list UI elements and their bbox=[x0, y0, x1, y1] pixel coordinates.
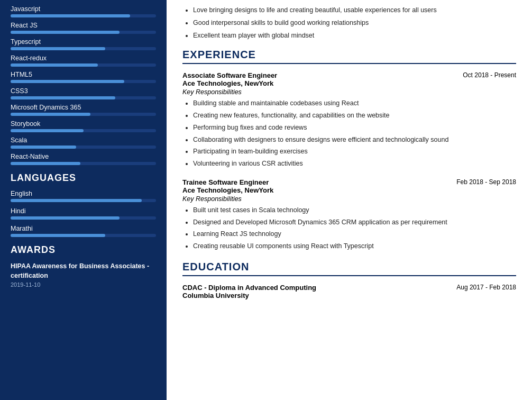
language-bar-bg bbox=[11, 234, 156, 237]
skill-item: Scala bbox=[11, 137, 156, 149]
language-name: English bbox=[11, 190, 156, 197]
language-bar-fill bbox=[11, 216, 120, 220]
experience-entry: Trainee Software EngineerAce Technologie… bbox=[182, 178, 516, 251]
intro-bullet: Excellent team player with global mindse… bbox=[193, 31, 516, 41]
award-item: HIPAA Awareness for Business Associates … bbox=[11, 262, 156, 288]
skill-bar-fill bbox=[11, 113, 90, 116]
experience-bullet: Performing bug fixes and code reviews bbox=[193, 123, 516, 133]
skill-bar-bg bbox=[11, 14, 156, 17]
skill-name: HTML5 bbox=[11, 71, 156, 78]
experience-bullet: Learning React JS technology bbox=[193, 229, 516, 239]
skill-bar-bg bbox=[11, 96, 156, 99]
skill-name: Storybook bbox=[11, 120, 156, 128]
skill-bar-fill bbox=[11, 80, 124, 83]
skill-bar-fill bbox=[11, 129, 84, 132]
skill-name: React-Native bbox=[11, 153, 156, 160]
education-date: Aug 2017 - Feb 2018 bbox=[456, 284, 516, 291]
skill-bar-bg bbox=[11, 63, 156, 67]
experience-company: Ace Technologies, NewYork bbox=[182, 79, 277, 87]
language-name: Hindi bbox=[11, 207, 156, 215]
experience-entry: Associate Software EngineerAce Technolog… bbox=[182, 71, 516, 169]
experience-bullet: Volunteering in various CSR activities bbox=[193, 159, 516, 169]
language-bar-bg bbox=[11, 199, 156, 202]
skill-item: Storybook bbox=[11, 120, 156, 132]
experience-date: Feb 2018 - Sep 2018 bbox=[456, 178, 516, 186]
experience-bullet: Designed and Developed Microsoft Dynamic… bbox=[193, 217, 516, 228]
education-school: Columbia University bbox=[182, 292, 316, 299]
language-bar-fill bbox=[11, 199, 142, 202]
skill-item: HTML5 bbox=[11, 71, 156, 83]
experience-header: Associate Software EngineerAce Technolog… bbox=[182, 71, 516, 87]
skill-item: CSS3 bbox=[11, 87, 156, 99]
skill-bar-fill bbox=[11, 96, 115, 99]
skill-bar-bg bbox=[11, 162, 156, 165]
education-title: EDUCATION bbox=[182, 261, 516, 276]
education-left: CDAC - Diploma in Advanced ComputingColu… bbox=[182, 284, 316, 299]
experience-bullet: Participating in team-building exercises bbox=[193, 147, 516, 157]
experience-bullet: Building stable and maintainable codebas… bbox=[193, 98, 516, 108]
experience-left: Associate Software EngineerAce Technolog… bbox=[182, 71, 277, 87]
language-name: Marathi bbox=[11, 225, 156, 232]
experience-bullet: Creating reusable UI components using Re… bbox=[193, 241, 516, 251]
award-date: 2019-11-10 bbox=[11, 281, 156, 288]
awards-section: AWARDS HIPAA Awareness for Business Asso… bbox=[11, 244, 156, 288]
skill-name: React-redux bbox=[11, 54, 156, 62]
language-bar-fill bbox=[11, 234, 105, 237]
key-responsibilities-label: Key Responsibilities bbox=[182, 195, 516, 203]
skill-name: Microsoft Dynamics 365 bbox=[11, 104, 156, 111]
sidebar: JavascriptReact JSTypescriptReact-reduxH… bbox=[0, 0, 167, 400]
skill-name: CSS3 bbox=[11, 87, 156, 95]
skill-item: Javascript bbox=[11, 5, 156, 17]
skill-item: Microsoft Dynamics 365 bbox=[11, 104, 156, 116]
skill-bar-fill bbox=[11, 14, 130, 17]
skill-bar-bg bbox=[11, 146, 156, 149]
skill-bar-bg bbox=[11, 80, 156, 83]
language-item: English bbox=[11, 190, 156, 202]
skill-name: Scala bbox=[11, 137, 156, 144]
skill-bar-bg bbox=[11, 129, 156, 132]
experience-bullet: Creating new features, functionality, an… bbox=[193, 111, 516, 121]
skill-item: React-Native bbox=[11, 153, 156, 165]
skill-bar-fill bbox=[11, 31, 120, 34]
experience-title-text: Trainee Software Engineer bbox=[182, 178, 273, 186]
skill-bar-bg bbox=[11, 47, 156, 50]
skill-bar-bg bbox=[11, 31, 156, 34]
skill-name: Javascript bbox=[11, 5, 156, 13]
skill-bar-fill bbox=[11, 162, 80, 165]
experience-title: EXPERIENCE bbox=[182, 49, 516, 64]
main-content: JSLove bringing designs to life and crea… bbox=[167, 0, 532, 400]
language-item: Hindi bbox=[11, 207, 156, 220]
skill-item: React-redux bbox=[11, 54, 156, 67]
experience-header: Trainee Software EngineerAce Technologie… bbox=[182, 178, 516, 194]
experience-company: Ace Technologies, NewYork bbox=[182, 186, 273, 194]
experience-bullets: Building stable and maintainable codebas… bbox=[182, 98, 516, 169]
key-responsibilities-label: Key Responsibilities bbox=[182, 88, 516, 96]
intro-bullets: JSLove bringing designs to life and crea… bbox=[182, 5, 516, 40]
experience-left: Trainee Software EngineerAce Technologie… bbox=[182, 178, 273, 194]
experience-bullet: Collaborating with designers to ensure d… bbox=[193, 135, 516, 145]
skill-bar-bg bbox=[11, 113, 156, 116]
skill-item: React JS bbox=[11, 22, 156, 34]
skill-name: Typescript bbox=[11, 38, 156, 46]
education-header: CDAC - Diploma in Advanced ComputingColu… bbox=[182, 284, 516, 299]
education-entry: CDAC - Diploma in Advanced ComputingColu… bbox=[182, 284, 516, 299]
experience-bullet: Built unit test cases in Scala technolog… bbox=[193, 205, 516, 215]
language-bar-bg bbox=[11, 216, 156, 220]
skill-bar-fill bbox=[11, 146, 76, 149]
skill-bar-fill bbox=[11, 47, 105, 50]
experience-date: Oct 2018 - Present bbox=[463, 71, 516, 79]
language-item: Marathi bbox=[11, 225, 156, 237]
intro-bullet: Good interpersonal skills to build good … bbox=[193, 18, 516, 28]
skill-name: React JS bbox=[11, 22, 156, 29]
awards-title: AWARDS bbox=[11, 244, 156, 256]
skill-item: Typescript bbox=[11, 38, 156, 50]
award-title: HIPAA Awareness for Business Associates … bbox=[11, 262, 156, 280]
education-degree: CDAC - Diploma in Advanced Computing bbox=[182, 284, 316, 292]
experience-bullets: Built unit test cases in Scala technolog… bbox=[182, 205, 516, 251]
languages-title: LANGUAGES bbox=[11, 172, 156, 184]
languages-section: LANGUAGES EnglishHindiMarathi bbox=[11, 172, 156, 237]
skill-bar-fill bbox=[11, 63, 98, 67]
skills-section: JavascriptReact JSTypescriptReact-reduxH… bbox=[11, 5, 156, 165]
intro-bullet: Love bringing designs to life and creati… bbox=[193, 5, 516, 15]
experience-title-text: Associate Software Engineer bbox=[182, 71, 277, 79]
